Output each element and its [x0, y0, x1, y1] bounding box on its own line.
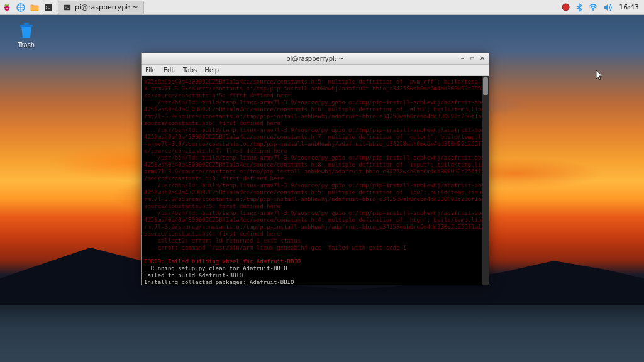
- app-menu-button[interactable]: [0, 1, 14, 14]
- scrollbar-thumb[interactable]: [483, 77, 488, 95]
- terminal-output-line: Installing collected packages: Adafruit-…: [144, 279, 481, 285]
- terminal-icon: [44, 3, 53, 12]
- folder-icon: [30, 3, 39, 12]
- terminal-output-line: Failed to build Adafruit-BBIO: [144, 272, 481, 279]
- system-tray: 16:43: [557, 3, 644, 12]
- terminal-error-output: x25e8a9be40a4300092C25Bf1a1a4cc/source/c…: [144, 79, 481, 258]
- menu-tabs[interactable]: Tabs: [183, 67, 197, 74]
- desktop-trash-label: Trash: [8, 41, 45, 48]
- terminal-scrollbar[interactable]: [482, 76, 489, 285]
- menu-edit[interactable]: Edit: [164, 67, 175, 74]
- terminal-window: pi@raspberrypi: ~ – ▫ ✕ File Edit Tabs H…: [141, 53, 489, 285]
- raspberry-icon: [3, 3, 11, 13]
- terminal-launcher[interactable]: [42, 1, 55, 14]
- terminal-output-line: Running setup.py clean for Adafruit-BBIO: [144, 265, 481, 272]
- svg-point-7: [6, 9, 8, 11]
- window-title: pi@raspberrypi: ~: [286, 55, 343, 62]
- clock[interactable]: 16:43: [619, 3, 639, 11]
- wifi-icon[interactable]: [589, 4, 597, 11]
- terminal-body[interactable]: x25e8a9be40a4300092C25Bf1a1a4cc/source/c…: [142, 76, 489, 285]
- terminal-menubar: File Edit Tabs Help: [142, 65, 489, 76]
- window-close-button[interactable]: ✕: [479, 55, 486, 62]
- terminal-icon: [64, 4, 71, 11]
- volume-icon[interactable]: [604, 4, 613, 11]
- window-minimize-button[interactable]: –: [458, 55, 466, 62]
- mouse-cursor: [596, 70, 604, 82]
- bluetooth-icon[interactable]: [576, 3, 582, 12]
- svg-point-13: [592, 9, 594, 11]
- menu-file[interactable]: File: [145, 67, 156, 74]
- wallpaper-water: [0, 305, 644, 362]
- menu-help[interactable]: Help: [204, 67, 219, 74]
- taskbar-window-button[interactable]: pi@raspberrypi: ~: [58, 1, 144, 14]
- window-titlebar[interactable]: pi@raspberrypi: ~ – ▫ ✕: [142, 53, 489, 65]
- svg-rect-10: [64, 4, 70, 10]
- globe-icon: [16, 3, 25, 12]
- taskbar-window-label: pi@raspberrypi: ~: [75, 3, 138, 11]
- web-browser-launcher[interactable]: [14, 1, 28, 14]
- svg-rect-15: [24, 23, 29, 25]
- svg-rect-9: [45, 4, 52, 11]
- window-maximize-button[interactable]: ▫: [469, 55, 476, 62]
- terminal-error-line: ERROR: Failed building wheel for Adafrui…: [144, 258, 481, 265]
- trash-icon: [16, 20, 36, 40]
- desktop-trash[interactable]: Trash: [8, 20, 45, 48]
- taskbar: pi@raspberrypi: ~ 16:43: [0, 0, 644, 15]
- record-indicator-icon[interactable]: [562, 3, 570, 11]
- file-manager-launcher[interactable]: [28, 1, 42, 14]
